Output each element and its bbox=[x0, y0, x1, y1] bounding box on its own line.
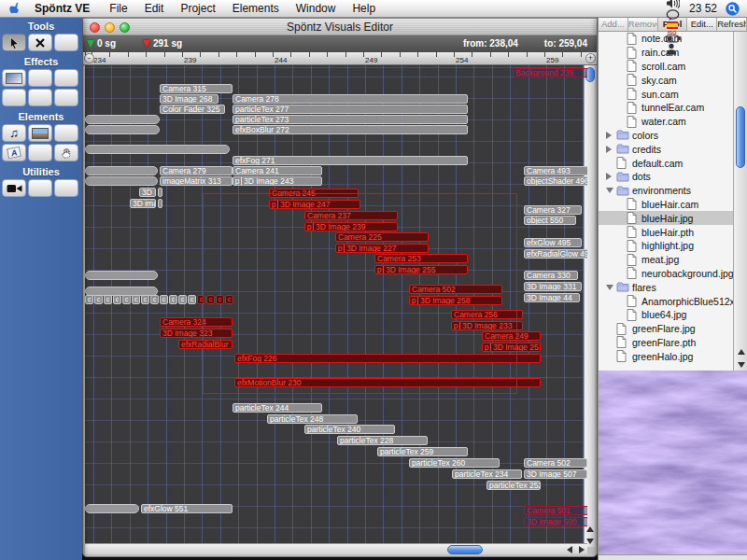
tree-item-sky-cam[interactable]: sky.cam bbox=[599, 73, 734, 87]
tree-item-neurobackground-jpg[interactable]: neurobackground.jpg bbox=[599, 267, 734, 281]
timeline-bar[interactable] bbox=[85, 504, 139, 513]
disclosure-closed-icon[interactable] bbox=[606, 146, 612, 153]
timeline-bar[interactable] bbox=[85, 166, 158, 175]
tree-item-greenflare-pth[interactable]: greenFlare.pth bbox=[599, 336, 734, 350]
tree-item-water-cam[interactable]: water.cam bbox=[599, 115, 734, 129]
timeline-bar[interactable]: imageMatrix 313 bbox=[160, 176, 233, 186]
palette-button-empty[interactable] bbox=[54, 124, 78, 142]
timeline-bar[interactable]: Camera 502 bbox=[409, 285, 502, 294]
loop-end-marker[interactable]: 291 sg bbox=[143, 38, 182, 49]
timeline-bar[interactable] bbox=[85, 115, 160, 124]
timeline-bar[interactable]: 3D I bbox=[139, 188, 156, 197]
tree-scrollbar-thumb[interactable] bbox=[736, 106, 745, 168]
tree-item-bluehair-cam[interactable]: blueHair.cam bbox=[599, 198, 734, 212]
timeline-bar[interactable]: object 550 bbox=[524, 216, 576, 225]
palette-button-gradient-icon[interactable] bbox=[2, 69, 26, 87]
tree-item-scroll-cam[interactable]: scroll.cam bbox=[599, 60, 734, 74]
timeline-c-box[interactable]: c bbox=[113, 295, 121, 304]
timeline-bar[interactable]: Camera 225 bbox=[335, 232, 429, 242]
tree-scroll-down-arrow[interactable] bbox=[734, 358, 747, 371]
palette-button-empty[interactable] bbox=[54, 69, 78, 87]
palette-button-empty[interactable] bbox=[54, 89, 78, 106]
timeline-bar[interactable]: Camera 237 bbox=[304, 211, 398, 220]
timeline-bar[interactable]: particleTex 248 bbox=[267, 414, 358, 424]
menu-item-elements[interactable]: Elements bbox=[224, 2, 288, 15]
timeline-c-box[interactable]: c bbox=[85, 295, 93, 304]
timeline-bar[interactable]: objectShader 496 bbox=[524, 176, 587, 186]
tree-item-flares[interactable]: flares bbox=[599, 280, 734, 294]
tree-scroll-up-arrow[interactable] bbox=[734, 345, 747, 357]
close-button[interactable] bbox=[90, 22, 100, 33]
timeline-bar[interactable]: Camera 324 bbox=[160, 317, 233, 327]
timeline-bar[interactable]: Camera 245 bbox=[269, 189, 359, 198]
timeline-c-box[interactable]: c bbox=[178, 295, 187, 304]
timeline-bar[interactable]: particleTex 252 bbox=[486, 481, 541, 490]
timeline-bar[interactable]: p3D Image 251 bbox=[482, 343, 541, 352]
horizontal-scrollbar-thumb[interactable] bbox=[447, 545, 483, 554]
timeline-bar[interactable]: p3D Image 227 bbox=[335, 244, 429, 253]
timeline-bar[interactable] bbox=[158, 188, 162, 197]
zoom-out-button[interactable]: - bbox=[84, 53, 94, 63]
timeline-c-box[interactable]: c bbox=[225, 295, 233, 304]
timeline-bar[interactable]: 3D Image 268 bbox=[160, 94, 218, 104]
disclosure-open-icon[interactable] bbox=[606, 188, 613, 193]
tree-item-bluehair-jpg[interactable]: blueHair.jpg bbox=[599, 211, 734, 225]
timeline-bar[interactable] bbox=[85, 271, 158, 280]
tree-item-blue64-jpg[interactable]: blue64.jpg bbox=[599, 308, 734, 322]
zoom-in-button[interactable]: + bbox=[585, 53, 596, 63]
menu-item-file[interactable]: File bbox=[101, 2, 135, 15]
timeline-bar[interactable]: 3D Image 44 bbox=[524, 293, 580, 302]
timeline-bar[interactable]: Camera 502 bbox=[524, 458, 587, 468]
timeline-bar[interactable]: particleTex 244 bbox=[233, 403, 322, 413]
scroll-left-arrow[interactable] bbox=[564, 544, 575, 555]
timeline-bar[interactable]: efxBoxBlur 272 bbox=[233, 125, 468, 134]
menu-item-help[interactable]: Help bbox=[344, 2, 384, 15]
window-title-bar[interactable]: Spöntz Visuals Editor bbox=[83, 19, 597, 35]
timeline-c-box[interactable]: c bbox=[197, 295, 205, 304]
timeline-bar[interactable]: Camera 493 bbox=[524, 166, 587, 175]
palette-button-photo-icon[interactable] bbox=[28, 124, 52, 142]
palette-button-empty[interactable] bbox=[28, 69, 52, 87]
timeline-c-box[interactable]: c bbox=[160, 295, 168, 304]
tree-item-credits[interactable]: credits bbox=[599, 142, 734, 156]
tree-item-tunnelear-cam[interactable]: tunnelEar.cam bbox=[599, 101, 734, 115]
tree-item-bluehair-pth[interactable]: blueHair.pth bbox=[599, 225, 734, 239]
timeline-bar[interactable]: efxRadialBlur 1 bbox=[178, 340, 233, 349]
timeline-bar[interactable]: 3D Image 507 bbox=[524, 469, 587, 479]
timeline-bar[interactable] bbox=[85, 145, 230, 154]
palette-button-text-icon[interactable]: A bbox=[2, 144, 26, 161]
tree-item-dots[interactable]: dots bbox=[599, 170, 734, 184]
tree-item-greenhalo-jpg[interactable]: greenHalo.jpg bbox=[599, 349, 734, 363]
timeline-bar[interactable]: efxFog 271 bbox=[233, 156, 468, 165]
battery-icon[interactable] bbox=[666, 35, 681, 43]
pool-button-add[interactable]: Add... bbox=[599, 18, 628, 31]
volume-icon[interactable] bbox=[666, 0, 681, 9]
app-menu-title[interactable]: Spöntz VE bbox=[29, 2, 95, 15]
timeline-bar[interactable] bbox=[158, 199, 162, 208]
menu-item-window[interactable]: Window bbox=[288, 2, 345, 15]
timeline-bar[interactable]: Camera 253 bbox=[374, 254, 468, 263]
spotlight-icon[interactable] bbox=[726, 2, 740, 16]
timeline-bar[interactable]: Camera 330 bbox=[524, 271, 578, 280]
timeline-bar[interactable]: particleTex 259 bbox=[377, 447, 468, 456]
chat-icon[interactable] bbox=[666, 9, 681, 21]
timeline-bar[interactable]: p3D Image 255 bbox=[374, 265, 468, 274]
tree-item-sun-cam[interactable]: sun.cam bbox=[599, 87, 734, 101]
timeline-bar[interactable]: p3D Image 233 bbox=[451, 321, 523, 330]
timeline-bar[interactable]: particleTex 260 bbox=[409, 458, 500, 468]
tree-item-environments[interactable]: environments bbox=[599, 184, 734, 198]
timeline-bar[interactable]: particleTex 277 bbox=[233, 105, 468, 114]
timeline-bar[interactable]: efxGlow 495 bbox=[524, 238, 582, 247]
timeline-bar[interactable]: Background 235 bbox=[513, 68, 587, 77]
timeline-bar[interactable]: particleTex 240 bbox=[304, 425, 395, 434]
disclosure-closed-icon[interactable] bbox=[606, 173, 612, 180]
palette-button-empty[interactable] bbox=[28, 144, 52, 161]
tree-item-colors[interactable]: colors bbox=[599, 129, 734, 143]
zoom-button[interactable] bbox=[120, 22, 130, 33]
tree-item-anamorphicblue512x128-jpg[interactable]: AnamorphicBlue512x128.jpg bbox=[599, 294, 734, 308]
tree-item-default-cam[interactable]: default.cam bbox=[599, 156, 734, 170]
timeline-bar[interactable]: Camera 256 bbox=[451, 310, 523, 319]
tree-item-meat-jpg[interactable]: meat.jpg bbox=[599, 253, 734, 267]
timeline-bar[interactable]: 3D Image 331 bbox=[524, 282, 582, 291]
disclosure-closed-icon[interactable] bbox=[606, 132, 612, 139]
